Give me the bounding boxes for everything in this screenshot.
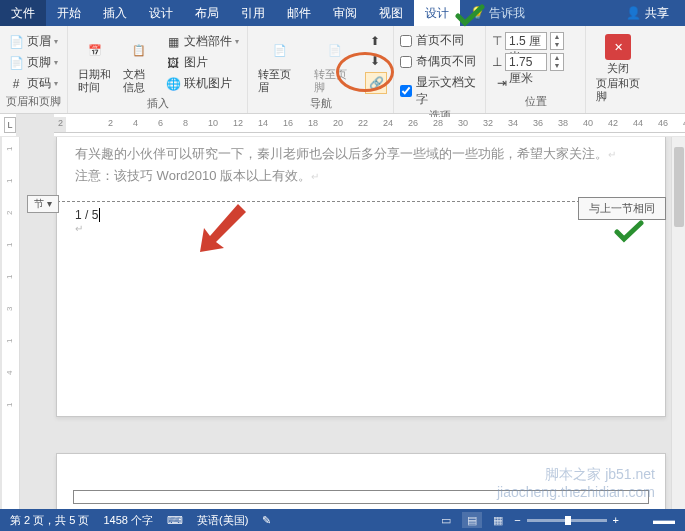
close-label2: 页眉和页脚 [596, 77, 640, 103]
status-page[interactable]: 第 2 页，共 5 页 [10, 513, 89, 528]
footer-bot-value[interactable]: 1.75 厘米 [505, 53, 547, 71]
tab-references[interactable]: 引用 [230, 0, 276, 26]
vertical-scrollbar[interactable] [671, 137, 685, 511]
view-web-button[interactable]: ▦ [488, 512, 508, 528]
docinfo-button[interactable]: 📋文档信息 [119, 32, 159, 96]
tab-design[interactable]: 设计 [138, 0, 184, 26]
bulb-icon: 💡 [470, 6, 485, 20]
header-from-top[interactable]: ⊤1.5 厘米▲▼ [492, 32, 564, 50]
diff-first-check[interactable]: 首页不同 [400, 32, 479, 49]
ruler-tick: 38 [558, 118, 568, 128]
pagenum-icon: # [8, 76, 24, 92]
group-label: 插入 [74, 96, 241, 113]
goto-footer-button[interactable]: 📄转至页脚 [310, 32, 362, 96]
margin-bot-icon: ⊥ [492, 55, 502, 69]
docinfo-icon: 📋 [123, 34, 155, 66]
zoom-thumb[interactable] [565, 516, 571, 525]
header-button[interactable]: 📄页眉▾ [6, 32, 61, 51]
page-2[interactable]: 节 ▾ 相关阅读：「PPT 设计思维第四期：实操单图版式的花样“变式”法则」↵ … [56, 453, 666, 511]
group-close: ✕ 关闭 页眉和页脚 关闭页眉和页脚 [586, 26, 650, 113]
chevron-down-icon: ▾ [54, 79, 58, 88]
header-icon: 📄 [8, 34, 24, 50]
insert-align-tab[interactable]: ⇥ [492, 74, 564, 92]
footer-edit-area[interactable]: 1 / 5 ↵ [57, 201, 665, 240]
footer-from-bottom[interactable]: ⊥1.75 厘米▲▼ [492, 53, 564, 71]
tell-me[interactable]: 💡 告诉我 [470, 5, 525, 22]
zoom-in-button[interactable]: + [613, 514, 619, 526]
footer-pagenum[interactable]: 1 / 5 [75, 208, 98, 222]
tab-insert[interactable]: 插入 [92, 0, 138, 26]
zoom-control[interactable]: − + ▬▬ [514, 514, 675, 526]
picture-button[interactable]: 🖼图片 [163, 53, 241, 72]
header-box[interactable] [73, 490, 649, 504]
diff-odd-check[interactable]: 奇偶页不同 [400, 53, 479, 70]
status-track-icon[interactable]: ✎ [262, 514, 271, 527]
next-icon: ⬇ [367, 53, 383, 69]
link-prev-button[interactable]: 🔗 [365, 72, 387, 94]
online-pic-button[interactable]: 🌐联机图片 [163, 74, 241, 93]
online-pic-icon: 🌐 [165, 76, 181, 92]
datetime-button[interactable]: 📅日期和时间 [74, 32, 115, 96]
status-ime-icon[interactable]: ⌨ [167, 514, 183, 527]
view-print-button[interactable]: ▤ [462, 512, 482, 528]
ruler-tick: 34 [508, 118, 518, 128]
ruler-tick: 44 [633, 118, 643, 128]
online-pic-label: 联机图片 [184, 75, 232, 92]
tab-view[interactable]: 视图 [368, 0, 414, 26]
prev-section-button[interactable]: ⬆ [365, 32, 387, 50]
goto-header-button[interactable]: 📄转至页眉 [254, 32, 306, 96]
spinner[interactable]: ▲▼ [550, 53, 564, 71]
ruler-tick: 46 [658, 118, 668, 128]
ruler-corner[interactable]: L [4, 117, 16, 133]
vruler-tick: 1 [5, 147, 14, 151]
tab-review[interactable]: 审阅 [322, 0, 368, 26]
zoom-out-button[interactable]: − [514, 514, 520, 526]
ruler-tick: 16 [283, 118, 293, 128]
footer-label: 页脚 [27, 54, 51, 71]
tab-file[interactable]: 文件 [0, 0, 46, 26]
share-button[interactable]: 👤 共享 [618, 3, 677, 23]
zoom-slider[interactable] [527, 519, 607, 522]
status-words[interactable]: 1458 个字 [103, 513, 153, 528]
status-lang[interactable]: 英语(美国) [197, 513, 248, 528]
ruler-tick: 6 [158, 118, 163, 128]
docinfo-label: 文档信息 [123, 68, 155, 94]
vruler-tick: 4 [5, 371, 14, 375]
header-label: 页眉 [27, 33, 51, 50]
ruler-tick: 40 [583, 118, 593, 128]
same-as-previous-tag: 与上一节相同 [578, 197, 666, 220]
ruler-tick: 18 [308, 118, 318, 128]
view-read-button[interactable]: ▭ [436, 512, 456, 528]
spinner[interactable]: ▲▼ [550, 32, 564, 50]
ruler-tick: 20 [333, 118, 343, 128]
tab-layout[interactable]: 布局 [184, 0, 230, 26]
ruler-tick: 4 [133, 118, 138, 128]
footer-icon: 📄 [8, 55, 24, 71]
tab-mailings[interactable]: 邮件 [276, 0, 322, 26]
group-header-footer: 📄页眉▾ 📄页脚▾ #页码▾ 页眉和页脚 [0, 26, 68, 113]
horizontal-ruler[interactable]: 2246810121416182022242628303234363840424… [54, 117, 685, 133]
quickparts-button[interactable]: ▦文档部件▾ [163, 32, 241, 51]
header-top-value[interactable]: 1.5 厘米 [505, 32, 547, 50]
page-1[interactable]: 有兴趣的小伙伴可以研究一下，秦川老师也会以后多分享一些域的一些功能，希望大家关注… [56, 137, 666, 417]
chevron-down-icon: ▾ [54, 58, 58, 67]
footer-button[interactable]: 📄页脚▾ [6, 53, 61, 72]
tab-hf-design[interactable]: 设计 [414, 0, 460, 26]
body-text: 有兴趣的小伙伴可以研究一下，秦川老师也会以后多分享一些域的一些功能，希望大家关注… [57, 137, 665, 193]
vruler-tick: 1 [5, 243, 14, 247]
show-doc-check[interactable]: 显示文档文字 [400, 74, 479, 108]
scrollbar-thumb[interactable] [674, 147, 684, 227]
picture-label: 图片 [184, 54, 208, 71]
document-area: 112113141 有兴趣的小伙伴可以研究一下，秦川老师也会以后多分享一些域的一… [0, 137, 685, 511]
ruler-gutter [16, 114, 54, 137]
next-section-button[interactable]: ⬇ [365, 52, 387, 70]
vertical-ruler[interactable]: 112113141 [2, 137, 20, 511]
ruler-tick: 26 [408, 118, 418, 128]
ruler-tick: 36 [533, 118, 543, 128]
tab-home[interactable]: 开始 [46, 0, 92, 26]
close-hf-button[interactable]: ✕ 关闭 页眉和页脚 [592, 32, 644, 105]
zoom-value[interactable]: ▬▬ [625, 514, 675, 526]
pagenum-button[interactable]: #页码▾ [6, 74, 61, 93]
close-label1: 关闭 [607, 62, 629, 75]
diff-first-label: 首页不同 [416, 32, 464, 49]
